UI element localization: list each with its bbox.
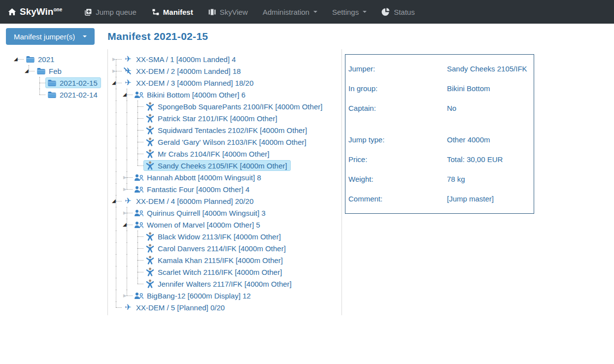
manifest-tree-row[interactable]: ◢Women of Marvel [4000m Other] 5 — [111, 219, 341, 231]
tree-node[interactable]: Feb — [34, 66, 65, 76]
manifest-tree-row[interactable]: ▶✈XX-DEM / 2 [4000m Landed] 18 — [111, 65, 341, 77]
plane-icon: ✈ — [123, 79, 133, 87]
tree-node[interactable]: BigBang-12 [6000m Display] 12 — [133, 290, 254, 301]
nav-item-jump-queue[interactable]: Jump queue — [84, 8, 136, 16]
jumper-icon — [145, 102, 155, 111]
columns-icon — [208, 8, 216, 16]
tree-node[interactable]: Women of Marvel [4000m Other] 5 — [133, 219, 264, 230]
tree-expander-open[interactable]: ◢ — [122, 89, 133, 100]
tree-node[interactable]: ✈XX-DEM / 2 [4000m Landed] 18 — [122, 66, 244, 76]
tree-node[interactable]: Black Widow 2113/IFK [4000m Other] — [143, 231, 284, 242]
tree-connector — [133, 124, 143, 136]
tree-expander-closed[interactable]: ▶ — [111, 53, 122, 65]
nav-item-status[interactable]: Status — [381, 7, 415, 16]
right-pane: Jumper:Sandy Cheeks 2105/IFKIn group:Bik… — [342, 49, 614, 315]
tree-node[interactable]: Mr Crabs 2104/IFK [4000m Other] — [143, 148, 273, 159]
nav-item-label: Settings — [332, 8, 359, 16]
tree-node[interactable]: 2021 — [24, 54, 58, 65]
tree-node[interactable]: ✈XX-SMA / 1 [4000m Landed] 4 — [122, 54, 239, 65]
manifest-tree-row[interactable]: Kamala Khan 2115/IFK [4000m Other] — [111, 254, 341, 266]
tree-node-selected[interactable]: Sandy Cheeks 2105/IFK [4000m Other] — [143, 160, 291, 171]
manifest-tree-row[interactable]: Scarlet Witch 2116/IFK [4000m Other] — [111, 266, 341, 278]
tree-indent — [13, 77, 24, 89]
tree-node[interactable]: 2021-02-14 — [45, 89, 101, 100]
tree-expander-closed[interactable]: ▶ — [122, 207, 133, 219]
tree-expander-open[interactable]: ◢ — [24, 65, 34, 77]
tree-expander-closed[interactable]: ▶ — [122, 290, 133, 301]
details-row: Jump type:Other 4000m — [348, 130, 534, 149]
manifest-tree-row[interactable]: SpongeBob SquarePants 2100/IFK [4000m Ot… — [111, 100, 341, 112]
tree-node[interactable]: SpongeBob SquarePants 2100/IFK [4000m Ot… — [143, 101, 326, 112]
details-label: Captain: — [348, 104, 447, 112]
date-tree-row[interactable]: 2021-02-14 — [0, 89, 107, 100]
tree-node[interactable]: Jennifer Walters 2117/IFK [4000m Other] — [143, 278, 295, 289]
details-row: In group:Bikini Bottom — [348, 78, 534, 98]
tree-node[interactable]: Quirinus Quirrell [4000m Wingsuit] 3 — [133, 207, 269, 218]
tree-node[interactable]: Scarlet Witch 2116/IFK [4000m Other] — [143, 266, 285, 277]
manifest-tree-row[interactable]: ▶Hannah Abbott [4000m Wingsuit] 8 — [111, 171, 341, 183]
tree-node[interactable]: ✈XX-DEM / 5 [Planned] 0/20 — [122, 302, 228, 313]
nav-item-manifest[interactable]: Manifest — [151, 8, 193, 16]
tree-expander-closed[interactable]: ▶ — [122, 171, 133, 183]
manifest-tree-row[interactable]: Gerald 'Gary' Wilson 2103/IFK [4000m Oth… — [111, 136, 341, 148]
manifest-tree-row[interactable]: Patrick Star 2101/IFK [4000m Other] — [111, 112, 341, 124]
manifest-tree-row[interactable]: ◢Bikini Bottom [4000m Other] 6 — [111, 89, 341, 100]
manifest-tree-row[interactable]: ▶Fantastic Four [4000m Other] 4 — [111, 183, 341, 195]
tree-indent — [111, 183, 122, 195]
date-tree: ◢2021◢Feb2021-02-152021-02-14 — [0, 49, 108, 315]
tree-node[interactable]: Bikini Bottom [4000m Other] 6 — [133, 89, 249, 100]
manifest-tree-row[interactable]: ◢✈XX-DEM / 4 [6000m Planned] 20/20 — [111, 195, 341, 207]
manifest-tree-row[interactable]: ▶BigBang-12 [6000m Display] 12 — [111, 290, 341, 301]
tree-connector — [133, 254, 143, 266]
manifest-tree-row[interactable]: ✈XX-DEM / 5 [Planned] 0/20 — [111, 301, 341, 313]
tree-indent — [122, 242, 133, 254]
tree-connector — [133, 242, 143, 254]
tree-node-selected[interactable]: 2021-02-15 — [45, 77, 101, 88]
tree-expander-closed[interactable]: ▶ — [122, 183, 133, 195]
tree-node[interactable]: Patrick Star 2101/IFK [4000m Other] — [143, 113, 281, 124]
group-icon — [134, 209, 144, 217]
tree-expander-open[interactable]: ◢ — [122, 219, 133, 231]
date-tree-row[interactable]: 2021-02-15 — [0, 77, 107, 89]
tree-indent — [13, 89, 24, 100]
manifest-jumpers-button[interactable]: Manifest jumper(s) — [6, 28, 95, 45]
nav-item-settings[interactable]: Settings — [332, 8, 367, 16]
tree-node[interactable]: Carol Danvers 2114/IFK [4000m Other] — [143, 243, 289, 254]
jumper-icon — [145, 137, 155, 146]
nav-item-skyview[interactable]: SkyView — [208, 8, 248, 16]
tree-node[interactable]: ✈XX-DEM / 3 [4000m Planned] 18/20 — [122, 77, 257, 88]
manifest-tree-row[interactable]: Mr Crabs 2104/IFK [4000m Other] — [111, 148, 341, 160]
brand[interactable]: SkyWin one — [8, 6, 62, 17]
manifest-tree-row[interactable]: Squidward Tentacles 2102/IFK [4000m Othe… — [111, 124, 341, 136]
manifest-tree-row[interactable]: Carol Danvers 2114/IFK [4000m Other] — [111, 242, 341, 254]
manifest-tree-row[interactable]: ▶✈XX-SMA / 1 [4000m Landed] 4 — [111, 53, 341, 65]
tree-expander-closed[interactable]: ▶ — [111, 65, 122, 77]
tree-node[interactable]: Hannah Abbott [4000m Wingsuit] 8 — [133, 172, 265, 183]
jumper-icon — [145, 244, 155, 253]
tree-indent — [122, 100, 133, 112]
date-tree-row[interactable]: ◢2021 — [0, 53, 107, 65]
tree-node[interactable]: Kamala Khan 2115/IFK [4000m Other] — [143, 255, 286, 265]
manifest-tree-row[interactable]: Black Widow 2113/IFK [4000m Other] — [111, 231, 341, 242]
details-label: Jumper: — [348, 65, 447, 73]
tree-connector — [133, 148, 143, 160]
folder-icon — [25, 55, 35, 63]
details-value: No — [447, 104, 534, 112]
manifest-tree-row[interactable]: Sandy Cheeks 2105/IFK [4000m Other] — [111, 160, 341, 171]
nav-item-administration[interactable]: Administration — [263, 8, 317, 16]
manifest-tree-row[interactable]: Jennifer Walters 2117/IFK [4000m Other] — [111, 278, 341, 290]
date-tree-row[interactable]: ◢Feb — [0, 65, 107, 77]
tree-node[interactable]: Squidward Tentacles 2102/IFK [4000m Othe… — [143, 125, 310, 135]
tree-expander-open[interactable]: ◢ — [111, 195, 122, 207]
manifest-tree-row[interactable]: ▶Quirinus Quirrell [4000m Wingsuit] 3 — [111, 207, 341, 219]
tree-node[interactable]: Fantastic Four [4000m Other] 4 — [133, 184, 253, 195]
tree-node-label: SpongeBob SquarePants 2100/IFK [4000m Ot… — [158, 102, 322, 111]
tree-expander-open[interactable]: ◢ — [13, 53, 24, 65]
tree-indent — [111, 124, 122, 136]
tree-node-label: Squidward Tentacles 2102/IFK [4000m Othe… — [158, 126, 307, 134]
tree-connector — [133, 231, 143, 242]
tree-node[interactable]: Gerald 'Gary' Wilson 2103/IFK [4000m Oth… — [143, 136, 310, 147]
tree-node[interactable]: ✈XX-DEM / 4 [6000m Planned] 20/20 — [122, 196, 257, 206]
manifest-tree-row[interactable]: ◢✈XX-DEM / 3 [4000m Planned] 18/20 — [111, 77, 341, 89]
tree-expander-open[interactable]: ◢ — [111, 77, 122, 89]
